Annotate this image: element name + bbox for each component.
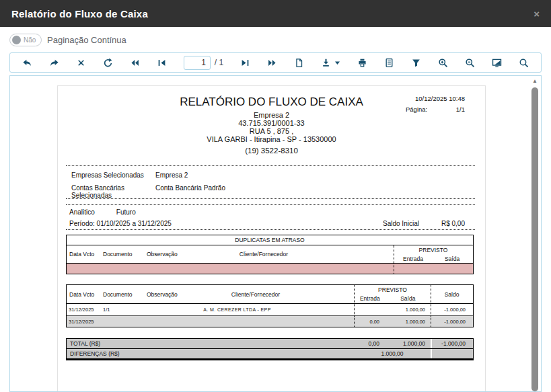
scroll-up-icon[interactable]: ▲ [532, 77, 538, 85]
col-header-previsto: PREVISTO [394, 245, 472, 254]
accounts-label: Contas Bancárias Selecionadas [66, 184, 155, 199]
col-group-previsto: PREVISTO Entrada Saída [354, 285, 431, 303]
report-cnpj: 43.715.391/0001-33 [58, 119, 485, 127]
col-header-saida: Saída [432, 256, 472, 262]
undo-button[interactable] [22, 56, 32, 69]
undo-icon [22, 58, 32, 68]
col-header-observacao: Observação [144, 285, 194, 303]
zoom-out-icon [465, 58, 475, 68]
col-header-cliente: Cliente/Fornecedor [194, 245, 394, 263]
col-group-previsto: PREVISTO Entrada Saída [394, 245, 472, 263]
param-mode: Analitico [69, 208, 95, 216]
report-phone: (19) 3522-8310 [58, 147, 485, 155]
cell-entrada: 0,00 [354, 316, 385, 327]
search-icon [519, 58, 529, 68]
companies-label: Empresas Selecionadas [66, 171, 155, 179]
cell-entrada [354, 304, 385, 315]
download-button[interactable] [321, 56, 340, 69]
modal-titlebar: Relatório do Fluxo de Caixa × [0, 0, 551, 27]
companies-value: Empresa 2 [155, 171, 188, 179]
period-label: Período: [69, 220, 95, 227]
cell-documento: 1/1 [100, 307, 144, 313]
report-page-label: Página: [406, 106, 427, 113]
document-page: RELATÓRIO DO FLUXO DE CAIXA Empresa 2 43… [57, 85, 486, 392]
total-saida: 1.000,00 [385, 340, 431, 347]
col-header-documento: Documento [100, 285, 144, 303]
scrollbar[interactable]: ▲ [530, 77, 540, 391]
viewer-toolbar: / 1 [9, 52, 542, 73]
total-row: TOTAL (R$) 0,00 1.000,00 -1.000,00 [67, 339, 473, 349]
page-navigator: / 1 [184, 56, 223, 70]
cell-data-vcto: 31/12/2025 [67, 319, 100, 325]
differences-row: DIFERENÇAS (R$) 1.000,00 [67, 349, 473, 358]
single-page-button[interactable] [294, 56, 304, 69]
differences-value: 1.000,00 [354, 350, 431, 357]
page-total-label: / 1 [215, 58, 223, 67]
params-section: Analitico Futuro Período: 01/10/2025 a 3… [66, 204, 475, 230]
col-header-data-vcto: Data Vcto [67, 245, 100, 263]
col-header-observacao: Observação [144, 245, 194, 263]
cancel-icon [76, 58, 86, 68]
print-icon [357, 58, 367, 68]
toggle-knob-icon [12, 36, 21, 44]
scrollbar-thumb[interactable] [531, 87, 538, 391]
differences-label: DIFERENÇAS (R$) [67, 350, 354, 357]
modal-title: Relatório do Fluxo de Caixa [11, 8, 148, 19]
refresh-button[interactable] [103, 56, 113, 69]
chevron-down-icon [334, 60, 340, 66]
page-input[interactable] [184, 56, 211, 70]
redo-button[interactable] [49, 56, 59, 69]
fast-forward-icon [267, 58, 277, 68]
zoom-out-button[interactable] [465, 56, 475, 69]
overdue-empty-row [67, 264, 473, 274]
zoom-in-button[interactable] [438, 56, 448, 69]
pagination-toggle-label: Paginação Contínua [47, 35, 126, 45]
fit-screen-button[interactable] [492, 56, 502, 69]
pagination-toggle-row: Não Paginação Contínua [0, 27, 551, 52]
cell-saida: 1.000,00 [385, 319, 431, 325]
overdue-table-title: DUPLICATAS EM ATRASO [67, 235, 473, 245]
report-address-1: RUA 5 , 875 , [58, 127, 485, 135]
filter-button[interactable] [411, 56, 421, 69]
total-label: TOTAL (R$) [67, 340, 354, 347]
fast-forward-button[interactable] [267, 56, 277, 69]
param-scope: Futuro [116, 208, 136, 216]
next-page-button[interactable] [240, 56, 250, 69]
col-header-previsto: PREVISTO [355, 285, 431, 294]
accounts-value: Conta Bancária Padrão [155, 184, 225, 199]
close-icon[interactable]: × [534, 9, 540, 19]
prev-page-icon [157, 58, 167, 68]
cell-data-vcto: 31/12/2025 [67, 307, 100, 313]
search-button[interactable] [519, 56, 529, 69]
cell-saida: 1.000,00 [385, 307, 431, 313]
report-icon [384, 58, 394, 68]
prev-page-button[interactable] [157, 56, 167, 69]
report-modal: Relatório do Fluxo de Caixa × Não Pagina… [0, 0, 551, 392]
total-saldo: -1.000,00 [432, 340, 472, 347]
pagination-toggle[interactable]: Não [9, 34, 42, 46]
toggle-state-label: Não [24, 36, 36, 44]
print-button[interactable] [357, 56, 367, 69]
zoom-in-icon [438, 58, 448, 68]
fast-backward-icon [130, 58, 140, 68]
col-header-entrada: Entrada [394, 256, 432, 262]
filter-icon [411, 58, 421, 68]
col-header-cliente: Cliente/Fornecedor [194, 285, 354, 303]
refresh-icon [103, 58, 113, 68]
report-button[interactable] [384, 56, 394, 69]
table-row-subtotal: 31/12/2025 0,00 1.000,00 -1.000,00 [67, 316, 473, 327]
report-meta: 10/12/2025 10:48 Página: 1/1 [406, 95, 465, 113]
next-page-icon [240, 58, 250, 68]
cell-cliente: A. M. CEREZER LTDA - EPP [194, 307, 354, 312]
report-address-2: VILA GARBI - Itirapina - SP - 13530000 [58, 135, 485, 143]
col-header-saida: Saída [385, 295, 431, 302]
totals-table: TOTAL (R$) 0,00 1.000,00 -1.000,00 DIFER… [66, 338, 474, 360]
col-header-documento: Documento [100, 245, 144, 263]
col-header-saldo: Saldo [431, 285, 472, 303]
single-page-icon [294, 58, 304, 68]
download-icon [321, 58, 331, 68]
cell-saldo: -1.000,00 [431, 304, 472, 315]
cancel-button[interactable] [76, 56, 86, 69]
total-entrada: 0,00 [354, 340, 385, 347]
fast-backward-button[interactable] [130, 56, 140, 69]
